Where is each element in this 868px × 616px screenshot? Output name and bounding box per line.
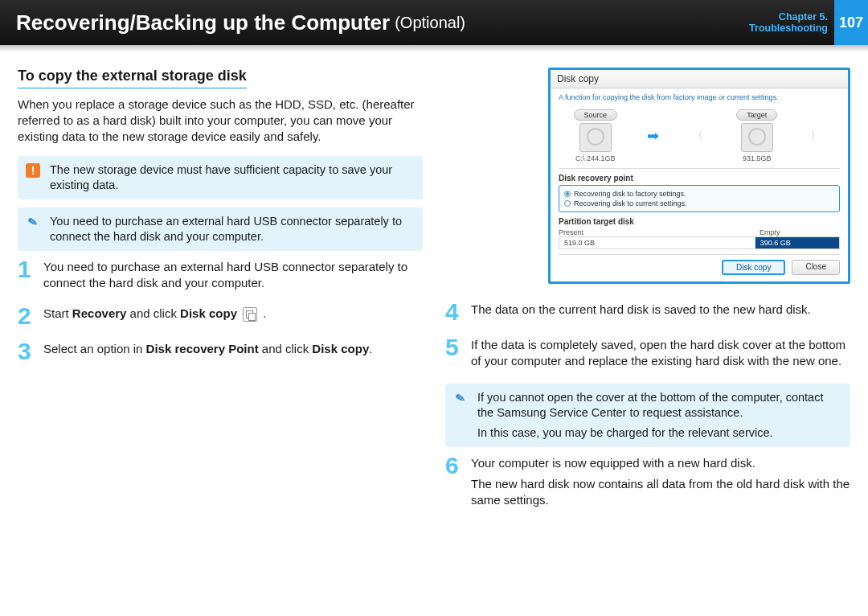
note-warning-text: The new storage device must have suffici… xyxy=(50,163,392,191)
recovery-option-2: Recovering disk to current settings. xyxy=(564,199,834,208)
content: To copy the external storage disk When y… xyxy=(0,51,868,523)
intro-paragraph: When you replace a storage device such a… xyxy=(18,97,423,145)
radio-icon xyxy=(564,200,571,207)
page-header: Recovering/Backing up the Computer (Opti… xyxy=(0,0,868,45)
step-3: 3 Select an option in Disk recovery Poin… xyxy=(18,341,423,362)
note-info-2b: In this case, you may be charged for the… xyxy=(477,425,842,441)
note-info-2a: If you cannot open the cover at the bott… xyxy=(477,390,842,421)
step-4-text: The data on the current hard disk is sav… xyxy=(471,302,811,322)
target-label: Target xyxy=(736,109,777,121)
step-2-text: Start Recovery and click Disk copy . xyxy=(43,306,267,326)
page-subtitle: (Optional) xyxy=(395,14,465,32)
chapter-line2: Troubleshooting xyxy=(749,23,828,34)
source-disk: Source C:\ 244.1GB xyxy=(574,109,618,162)
pen-icon: ✎ xyxy=(452,389,469,406)
chapter-line1: Chapter 5. xyxy=(749,11,828,23)
step-5: 5 If the data is completely saved, open … xyxy=(445,337,850,369)
radio-icon xyxy=(564,191,571,197)
step-6-text: Your computer is now equipped with a new… xyxy=(471,455,850,508)
screenshot-title: Disk copy xyxy=(551,70,848,88)
page-title: Recovering/Backing up the Computer xyxy=(16,10,390,35)
close-button: Close xyxy=(792,260,840,275)
note-info-2: ✎ If you cannot open the cover at the bo… xyxy=(445,384,850,447)
partition-empty: 390.6 GB xyxy=(755,237,839,248)
step-6-number: 6 xyxy=(445,455,463,508)
screenshot-disks: Source C:\ 244.1GB ➡ 〈 Target 931.5GB 〉 xyxy=(559,106,840,169)
pen-icon: ✎ xyxy=(24,213,41,230)
page-number-badge: 107 xyxy=(834,0,868,45)
source-capacity: C:\ 244.1GB xyxy=(575,154,616,162)
screenshot-body: A function for copying the disk from fac… xyxy=(551,88,848,281)
left-column: To copy the external storage disk When y… xyxy=(18,68,423,523)
step-4: 4 The data on the current hard disk is s… xyxy=(445,302,850,322)
disk-copy-screenshot: Disk copy A function for copying the dis… xyxy=(548,68,850,284)
note-warning: ! The new storage device must have suffi… xyxy=(18,156,423,199)
partition-present: 519.0 GB xyxy=(559,237,755,248)
right-column: Disk copy A function for copying the dis… xyxy=(445,68,850,523)
screenshot-desc: A function for copying the disk from fac… xyxy=(559,93,840,101)
step-4-number: 4 xyxy=(445,302,463,322)
chevron-left-icon: 〈 xyxy=(689,129,706,143)
recovery-option-1: Recovering disk to factory settings. xyxy=(564,189,834,199)
header-right: Chapter 5. Troubleshooting 107 xyxy=(749,0,868,45)
disk-copy-icon xyxy=(243,307,257,322)
hdd-icon xyxy=(579,123,612,152)
step-5-number: 5 xyxy=(445,337,463,369)
arrow-right-icon: ➡ xyxy=(647,127,659,145)
step-5-text: If the data is completely saved, open th… xyxy=(471,337,850,369)
recovery-options: Recovering disk to factory settings. Rec… xyxy=(559,185,840,212)
screenshot-buttons: Disk copy Close xyxy=(559,254,840,275)
step-1: 1 You need to purchase an external hard … xyxy=(18,259,423,291)
step-3-number: 3 xyxy=(18,341,35,362)
partition-header: Present Empty xyxy=(559,228,840,236)
target-disk: Target 931.5GB xyxy=(736,109,777,162)
target-capacity: 931.5GB xyxy=(743,154,772,162)
step-2: 2 Start Recovery and click Disk copy . xyxy=(18,306,423,326)
chapter-info: Chapter 5. Troubleshooting xyxy=(749,11,834,34)
step-3-text: Select an option in Disk recovery Point … xyxy=(43,341,372,362)
note-info-1-text: You need to purchase an external hard US… xyxy=(50,215,402,243)
step-6: 6 Your computer is now equipped with a n… xyxy=(445,455,850,508)
note-info-1: ✎ You need to purchase an external hard … xyxy=(18,207,423,251)
step-1-text: You need to purchase an external hard US… xyxy=(43,259,423,291)
partition-row: 519.0 GB 390.6 GB xyxy=(559,236,840,249)
step-2-number: 2 xyxy=(18,306,35,326)
section-heading: To copy the external storage disk xyxy=(18,68,247,88)
recovery-heading: Disk recovery point xyxy=(559,174,840,183)
hdd-icon xyxy=(741,123,773,152)
partition-heading: Partition target disk xyxy=(559,217,840,226)
header-shadow xyxy=(0,45,868,51)
chevron-right-icon: 〉 xyxy=(807,129,825,143)
disk-copy-button: Disk copy xyxy=(722,260,785,275)
step-1-number: 1 xyxy=(18,259,35,291)
source-label: Source xyxy=(574,109,618,121)
warning-icon: ! xyxy=(26,163,40,178)
